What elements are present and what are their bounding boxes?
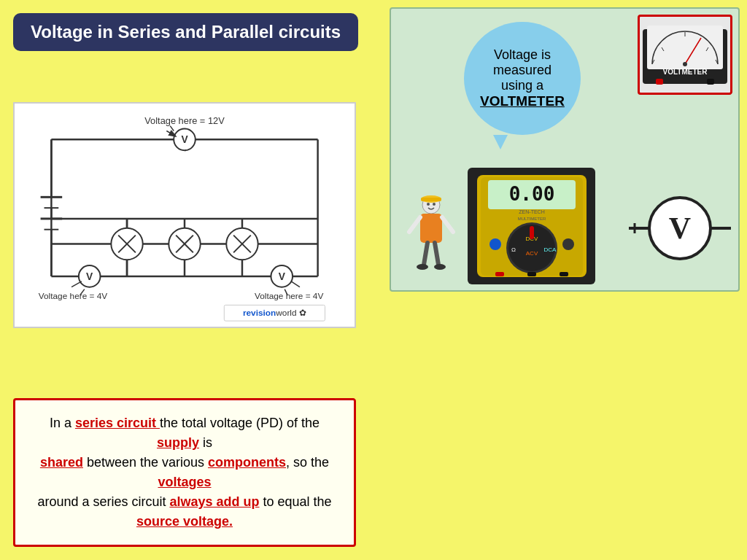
svg-rect-39 [560, 272, 568, 276]
svg-text:ZEN-TECH: ZEN-TECH [519, 209, 544, 214]
slide-title: Voltage in Series and Parallel circuits [13, 13, 358, 51]
worker-figure [398, 188, 464, 283]
text-part5: around a series circuit [37, 494, 169, 509]
svg-point-36 [562, 238, 574, 250]
svg-rect-34 [530, 226, 534, 239]
svg-rect-38 [527, 272, 536, 276]
svg-point-8 [683, 62, 687, 66]
svg-line-86 [166, 131, 175, 136]
speech-bubble: Voltage is measured using a VOLTMETER [464, 22, 581, 135]
svg-rect-15 [420, 214, 442, 243]
svg-line-17 [442, 217, 453, 232]
svg-text:V: V [86, 271, 93, 282]
text-components: components [208, 455, 286, 470]
multimeter-image: 0.00 DCV ACV Ω DCA ZEN-TECH MULTIMETER [468, 168, 595, 284]
text-part1: the total voltage (PD) of the [160, 416, 320, 430]
text-part6: to equal the [260, 494, 332, 509]
svg-text:V: V [181, 133, 188, 145]
svg-rect-11 [707, 79, 714, 85]
svg-text:Voltage here = 4V: Voltage here = 4V [255, 291, 323, 301]
svg-line-89 [71, 281, 82, 287]
svg-point-21 [434, 264, 446, 270]
svg-rect-14 [421, 198, 441, 201]
text-series-circuit: series circuit [75, 416, 160, 430]
text-part4: , so the [286, 455, 329, 470]
svg-rect-10 [656, 79, 663, 85]
svg-line-92 [291, 281, 300, 287]
text-voltages: voltages [158, 475, 211, 489]
text-supply: supply [157, 435, 199, 450]
svg-text:Voltage here = 12V: Voltage here = 12V [144, 115, 225, 126]
text-always-add-up: always add up [169, 494, 259, 509]
svg-rect-37 [495, 272, 504, 276]
voltmeter-symbol: V [629, 177, 731, 279]
svg-text:DCA: DCA [543, 246, 557, 253]
speech-line2: measured [493, 63, 551, 78]
svg-line-16 [409, 217, 420, 232]
text-intro: In a [50, 416, 75, 430]
svg-line-18 [424, 243, 427, 265]
text-source-voltage: source voltage. [136, 514, 233, 529]
svg-line-94 [170, 126, 174, 131]
text-part2: is [199, 435, 212, 450]
svg-text:Ω: Ω [511, 246, 516, 253]
text-part3: between the various [83, 455, 208, 470]
svg-point-22 [427, 203, 430, 206]
analog-voltmeter-image: VOLTMETER [638, 15, 732, 95]
svg-point-35 [489, 238, 501, 250]
svg-text:0.00: 0.00 [508, 183, 554, 205]
svg-text:VOLTMETER: VOLTMETER [663, 68, 708, 76]
svg-text:V: V [279, 271, 286, 282]
svg-point-23 [433, 203, 436, 206]
speech-voltmeter: VOLTMETER [480, 93, 565, 109]
speech-line3: using a [501, 78, 543, 93]
svg-text:ACV: ACV [525, 250, 538, 257]
svg-line-19 [435, 243, 438, 265]
svg-point-20 [417, 264, 428, 270]
svg-text:Voltage here = 4V: Voltage here = 4V [39, 291, 107, 301]
svg-text:revisionworld ✿: revisionworld ✿ [243, 308, 306, 318]
circuit-diagram: V V V Voltage here = 12V Voltage here = … [13, 102, 356, 328]
text-shared: shared [40, 455, 83, 470]
series-circuit-text-box: In a series circuit the total voltage (P… [13, 398, 356, 547]
speech-line1: Voltage is [494, 47, 551, 63]
right-info-panel: Voltage is measured using a VOLTMETER VO… [390, 7, 740, 292]
svg-text:V: V [669, 211, 691, 245]
svg-text:MULTIMETER: MULTIMETER [517, 217, 546, 221]
